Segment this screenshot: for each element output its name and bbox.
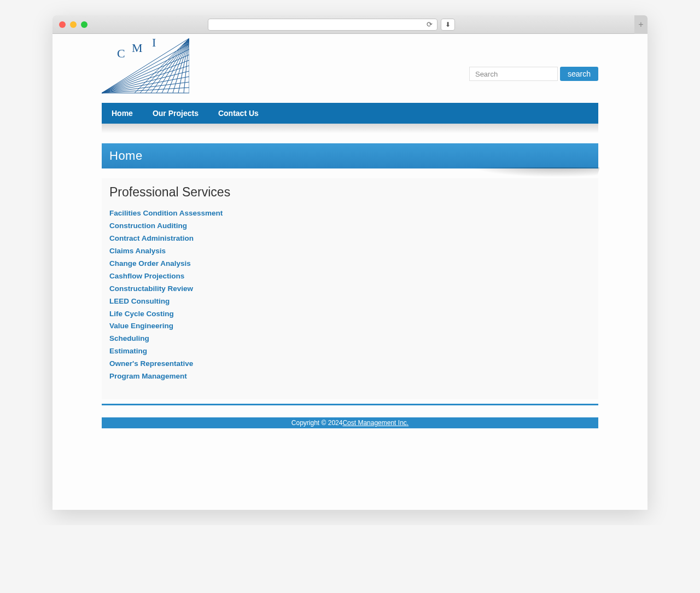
- logo[interactable]: C M I: [102, 38, 189, 94]
- copyright-text: Copyright © 2024: [291, 419, 343, 427]
- service-link[interactable]: Change Order Analysis: [109, 258, 591, 270]
- service-link[interactable]: Claims Analysis: [109, 245, 591, 258]
- footer-bar: Copyright © 2024 Cost Management Inc.: [102, 417, 598, 428]
- title-shadow: [102, 168, 598, 178]
- traffic-lights: [59, 21, 88, 28]
- header: C M I search: [102, 38, 598, 103]
- service-link[interactable]: Constructability Review: [109, 283, 591, 295]
- service-link[interactable]: Contract Administration: [109, 232, 591, 245]
- search-input[interactable]: [469, 67, 558, 81]
- browser-window: ⟳ ⬇ +: [52, 15, 648, 510]
- footer-company-link[interactable]: Cost Management Inc.: [342, 419, 409, 427]
- svg-text:C: C: [117, 46, 125, 60]
- nav-contact-us[interactable]: Contact Us: [208, 103, 269, 124]
- service-link[interactable]: Value Engineering: [109, 320, 591, 333]
- download-icon: ⬇: [445, 21, 451, 28]
- close-window-button[interactable]: [59, 21, 66, 28]
- browser-chrome: ⟳ ⬇ +: [52, 15, 648, 34]
- page-content: C M I search Home Our Projects Contact U…: [52, 34, 648, 510]
- svg-line-15: [167, 38, 189, 93]
- nav-home[interactable]: Home: [102, 103, 143, 124]
- service-link[interactable]: Life Cycle Costing: [109, 308, 591, 321]
- page-title: Home: [109, 149, 143, 163]
- nav-our-projects[interactable]: Our Projects: [143, 103, 208, 124]
- svg-text:I: I: [152, 38, 156, 49]
- url-bar[interactable]: ⟳: [208, 19, 438, 31]
- service-link[interactable]: Construction Auditing: [109, 220, 591, 232]
- minimize-window-button[interactable]: [70, 21, 77, 28]
- content-area: Professional Services Facilities Conditi…: [102, 178, 598, 399]
- page-title-bar: Home: [102, 143, 598, 168]
- footer-rule: [102, 404, 598, 405]
- reload-icon[interactable]: ⟳: [427, 20, 433, 28]
- new-tab-button[interactable]: +: [634, 15, 648, 34]
- nav-shadow: [102, 124, 598, 133]
- download-button[interactable]: ⬇: [441, 19, 455, 31]
- service-link[interactable]: Facilities Condition Assessment: [109, 207, 591, 220]
- section-heading: Professional Services: [109, 185, 591, 200]
- services-list: Facilities Condition Assessment Construc…: [109, 207, 591, 383]
- service-link[interactable]: LEED Consulting: [109, 295, 591, 308]
- maximize-window-button[interactable]: [81, 21, 88, 28]
- svg-text:M: M: [132, 41, 143, 55]
- service-link[interactable]: Owner's Representative: [109, 358, 591, 370]
- svg-line-20: [140, 38, 189, 93]
- service-link[interactable]: Cashflow Projections: [109, 270, 591, 283]
- service-link[interactable]: Estimating: [109, 345, 591, 358]
- nav-bar: Home Our Projects Contact Us: [102, 103, 598, 124]
- search-button[interactable]: search: [560, 67, 598, 81]
- search-area: search: [469, 67, 598, 81]
- service-link[interactable]: Program Management: [109, 370, 591, 383]
- service-link[interactable]: Scheduling: [109, 333, 591, 345]
